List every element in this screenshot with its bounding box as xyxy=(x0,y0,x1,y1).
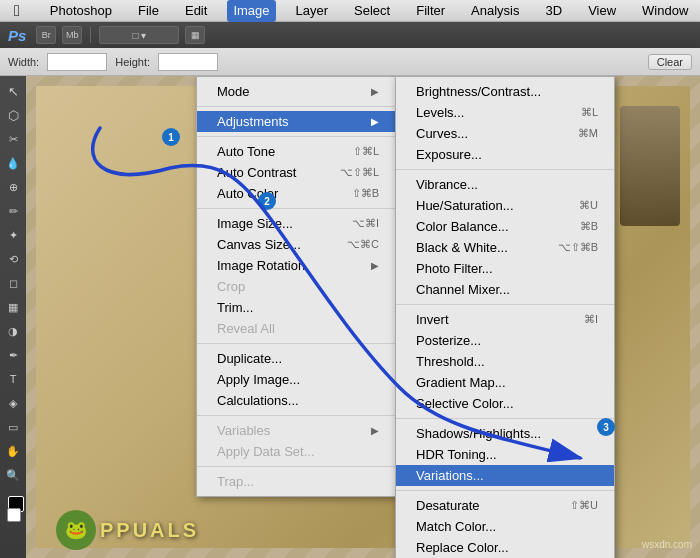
menu-analysis[interactable]: Analysis xyxy=(465,0,525,22)
move-tool[interactable]: ↖ xyxy=(2,80,24,102)
sep-5 xyxy=(197,415,395,416)
mode-arrow: ▶ xyxy=(371,86,379,97)
adj-sep-1 xyxy=(396,169,614,170)
badge-2: 2 xyxy=(258,192,276,210)
crop-tool[interactable]: ✂ xyxy=(2,128,24,150)
menu-3d[interactable]: 3D xyxy=(540,0,569,22)
lasso-tool[interactable]: ⬡ xyxy=(2,104,24,126)
menu-canvas-size[interactable]: Canvas Size... ⌥⌘C xyxy=(197,234,395,255)
menu-trap: Trap... xyxy=(197,471,395,492)
gradient-tool[interactable]: ▦ xyxy=(2,296,24,318)
adjustments-arrow: ▶ xyxy=(371,116,379,127)
eyedropper-tool[interactable]: 💧 xyxy=(2,152,24,174)
adj-desaturate[interactable]: Desaturate ⇧⌘U xyxy=(396,495,614,516)
adj-color-balance[interactable]: Color Balance... ⌘B xyxy=(396,216,614,237)
width-input[interactable] xyxy=(47,53,107,71)
menu-photoshop[interactable]: Photoshop xyxy=(44,0,118,22)
adj-hdr-toning[interactable]: HDR Toning... xyxy=(396,444,614,465)
menu-select[interactable]: Select xyxy=(348,0,396,22)
zoom-tool[interactable]: 🔍 xyxy=(2,464,24,486)
dodge-tool[interactable]: ◑ xyxy=(2,320,24,342)
adj-variations[interactable]: Variations... xyxy=(396,465,614,486)
adj-black-white[interactable]: Black & White... ⌥⇧⌘B xyxy=(396,237,614,258)
menu-apply-data-set: Apply Data Set... xyxy=(197,441,395,462)
adj-replace-color[interactable]: Replace Color... xyxy=(396,537,614,558)
adj-photo-filter[interactable]: Photo Filter... xyxy=(396,258,614,279)
adj-hue-sat[interactable]: Hue/Saturation... ⌘U xyxy=(396,195,614,216)
mini-bridge-button[interactable]: Mb xyxy=(62,26,82,44)
adj-sep-3 xyxy=(396,418,614,419)
adj-shadows-highlights[interactable]: Shadows/Highlights... xyxy=(396,423,614,444)
menu-reveal-all: Reveal All xyxy=(197,318,395,339)
width-label: Width: xyxy=(8,56,39,68)
adj-exposure[interactable]: Exposure... xyxy=(396,144,614,165)
toolbar-separator xyxy=(90,27,91,43)
menu-bar:  Photoshop File Edit Image Layer Select… xyxy=(0,0,700,22)
menu-auto-tone[interactable]: Auto Tone ⇧⌘L xyxy=(197,141,395,162)
menu-trim[interactable]: Trim... xyxy=(197,297,395,318)
sep-4 xyxy=(197,343,395,344)
hand-tool[interactable]: ✋ xyxy=(2,440,24,462)
adj-threshold[interactable]: Threshold... xyxy=(396,351,614,372)
menu-layer[interactable]: Layer xyxy=(290,0,335,22)
menu-edit[interactable]: Edit xyxy=(179,0,213,22)
menu-auto-contrast[interactable]: Auto Contrast ⌥⇧⌘L xyxy=(197,162,395,183)
menu-duplicate[interactable]: Duplicate... xyxy=(197,348,395,369)
text-tool[interactable]: T xyxy=(2,368,24,390)
menu-calculations[interactable]: Calculations... xyxy=(197,390,395,411)
sep-2 xyxy=(197,136,395,137)
adj-curves[interactable]: Curves... ⌘M xyxy=(396,123,614,144)
sep-6 xyxy=(197,466,395,467)
doc-selector[interactable]: □ ▾ xyxy=(99,26,179,44)
main-area: ↖ ⬡ ✂ 💧 ⊕ ✏ ✦ ⟲ ◻ ▦ ◑ ✒ T ◈ ▭ ✋ 🔍 🐸 xyxy=(0,76,700,558)
adj-invert[interactable]: Invert ⌘I xyxy=(396,309,614,330)
height-input[interactable] xyxy=(158,53,218,71)
ps-logo: Ps xyxy=(8,27,26,44)
image-menu: Mode ▶ Adjustments ▶ Auto Tone ⇧⌘L Auto … xyxy=(196,76,396,497)
ps-toolbar: Ps Br Mb □ ▾ ▦ xyxy=(0,22,700,48)
menu-image-size[interactable]: Image Size... ⌥⌘I xyxy=(197,213,395,234)
arrange-button[interactable]: ▦ xyxy=(185,26,205,44)
adj-channel-mixer[interactable]: Channel Mixer... xyxy=(396,279,614,300)
menu-crop: Crop xyxy=(197,276,395,297)
br-button[interactable]: Br xyxy=(36,26,56,44)
menu-view[interactable]: View xyxy=(582,0,622,22)
menu-apply-image[interactable]: Apply Image... xyxy=(197,369,395,390)
adj-match-color[interactable]: Match Color... xyxy=(396,516,614,537)
menu-mode[interactable]: Mode ▶ xyxy=(197,81,395,102)
badge-3: 3 xyxy=(597,418,615,436)
sep-1 xyxy=(197,106,395,107)
clear-button[interactable]: Clear xyxy=(648,54,692,70)
sep-3 xyxy=(197,208,395,209)
options-bar: Width: Height: Clear xyxy=(0,48,700,76)
brush-tool[interactable]: ✏ xyxy=(2,200,24,222)
auto-contrast-shortcut: ⌥⇧⌘L xyxy=(340,166,379,179)
menu-window[interactable]: Window xyxy=(636,0,694,22)
history-tool[interactable]: ⟲ xyxy=(2,248,24,270)
menu-variables: Variables ▶ xyxy=(197,420,395,441)
menu-auto-color[interactable]: Auto Color ⇧⌘B xyxy=(197,183,395,204)
adj-gradient-map[interactable]: Gradient Map... xyxy=(396,372,614,393)
background-color[interactable] xyxy=(7,508,21,522)
path-tool[interactable]: ◈ xyxy=(2,392,24,414)
adj-selective-color[interactable]: Selective Color... xyxy=(396,393,614,414)
menu-adjustments[interactable]: Adjustments ▶ xyxy=(197,111,395,132)
clone-tool[interactable]: ✦ xyxy=(2,224,24,246)
menu-image[interactable]: Image xyxy=(227,0,275,22)
healing-tool[interactable]: ⊕ xyxy=(2,176,24,198)
adj-sep-2 xyxy=(396,304,614,305)
eraser-tool[interactable]: ◻ xyxy=(2,272,24,294)
shape-tool[interactable]: ▭ xyxy=(2,416,24,438)
auto-color-shortcut: ⇧⌘B xyxy=(352,187,379,200)
adj-brightness[interactable]: Brightness/Contrast... xyxy=(396,81,614,102)
adj-levels[interactable]: Levels... ⌘L xyxy=(396,102,614,123)
auto-tone-shortcut: ⇧⌘L xyxy=(353,145,379,158)
pen-tool[interactable]: ✒ xyxy=(2,344,24,366)
adj-posterize[interactable]: Posterize... xyxy=(396,330,614,351)
menu-filter[interactable]: Filter xyxy=(410,0,451,22)
menu-file[interactable]: File xyxy=(132,0,165,22)
apple-menu[interactable]:  xyxy=(8,0,26,22)
menu-image-rotation[interactable]: Image Rotation ▶ xyxy=(197,255,395,276)
adj-vibrance[interactable]: Vibrance... xyxy=(396,174,614,195)
image-size-shortcut: ⌥⌘I xyxy=(352,217,379,230)
